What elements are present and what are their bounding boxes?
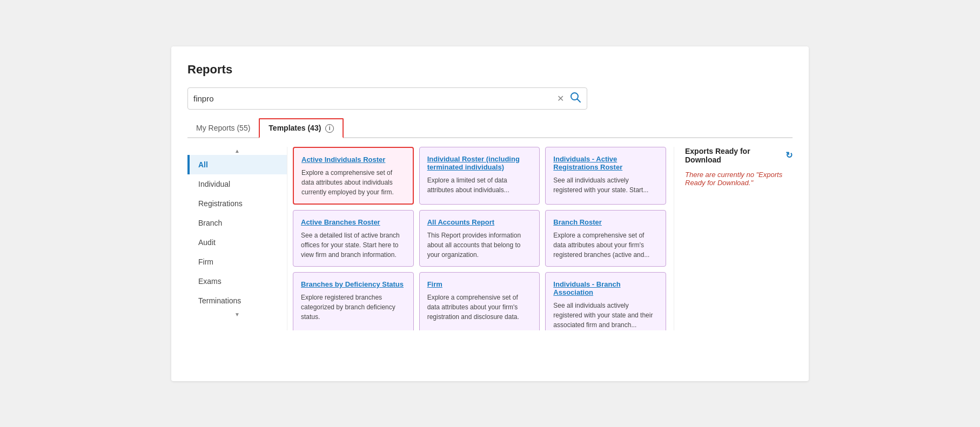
sidebar-item-branch[interactable]: Branch: [187, 213, 287, 233]
exports-title-text: Exports Ready for Download: [685, 147, 781, 164]
card-active-branches-roster-desc: See a detailed list of active branch off…: [301, 231, 406, 260]
svg-line-1: [578, 99, 581, 102]
sidebar-item-audit[interactable]: Audit: [187, 233, 287, 252]
cards-grid: Active Individuals Roster Explore a comp…: [293, 147, 668, 330]
reports-container: Reports ✕ My Reports (55) Templates (43)…: [171, 46, 809, 381]
search-clear-button[interactable]: ✕: [557, 93, 564, 104]
main-content: ▲ All Individual Registrations Branch Au…: [187, 147, 793, 330]
sidebar-item-exams[interactable]: Exams: [187, 272, 287, 291]
card-active-branches-roster-title[interactable]: Active Branches Roster: [301, 218, 406, 226]
card-all-accounts-report-desc: This Report provides information about a…: [427, 231, 532, 260]
sidebar-scroll-up[interactable]: ▲: [187, 147, 287, 155]
info-icon[interactable]: i: [325, 124, 334, 133]
page-title: Reports: [187, 63, 793, 77]
sidebar: ▲ All Individual Registrations Branch Au…: [187, 147, 287, 330]
card-active-branches-roster[interactable]: Active Branches Roster See a detailed li…: [293, 210, 414, 267]
search-box: ✕: [187, 87, 587, 110]
card-branch-roster-desc: Explore a comprehensive set of data attr…: [553, 231, 658, 260]
card-branches-by-deficiency-title[interactable]: Branches by Deficiency Status: [301, 280, 406, 288]
exports-empty-message: There are currently no "Exports Ready fo…: [685, 171, 793, 187]
sidebar-item-all[interactable]: All: [187, 155, 287, 174]
search-button[interactable]: [569, 91, 581, 106]
tab-my-reports[interactable]: My Reports (55): [187, 119, 259, 137]
card-individual-roster-terminated-desc: Explore a limited set of data attributes…: [427, 175, 532, 195]
sidebar-item-registrations[interactable]: Registrations: [187, 194, 287, 213]
card-individuals-active-registrations-title[interactable]: Individuals - Active Registrations Roste…: [553, 155, 658, 171]
card-active-individuals-roster-title[interactable]: Active Individuals Roster: [301, 155, 405, 164]
exports-panel: Exports Ready for Download ↻ There are c…: [674, 147, 793, 330]
card-branches-by-deficiency[interactable]: Branches by Deficiency Status Explore re…: [293, 272, 414, 330]
card-branch-roster[interactable]: Branch Roster Explore a comprehensive se…: [545, 210, 666, 267]
card-individual-roster-terminated[interactable]: Individual Roster (including terminated …: [419, 147, 540, 205]
sidebar-scroll-down[interactable]: ▼: [187, 310, 287, 318]
card-branch-roster-title[interactable]: Branch Roster: [553, 218, 658, 226]
sidebar-item-individual[interactable]: Individual: [187, 174, 287, 194]
card-firm-desc: Explore a comprehensive set of data attr…: [427, 293, 532, 322]
sidebar-scroll-area: All Individual Registrations Branch Audi…: [187, 155, 287, 310]
tab-templates[interactable]: Templates (43) i: [259, 118, 344, 138]
sidebar-item-terminations[interactable]: Terminations: [187, 291, 287, 310]
search-input[interactable]: [193, 94, 557, 103]
card-firm[interactable]: Firm Explore a comprehensive set of data…: [419, 272, 540, 330]
card-all-accounts-report-title[interactable]: All Accounts Report: [427, 218, 532, 226]
card-individuals-branch-association-title[interactable]: Individuals - Branch Association: [553, 280, 658, 296]
card-active-individuals-roster[interactable]: Active Individuals Roster Explore a comp…: [293, 147, 414, 205]
card-active-individuals-roster-desc: Explore a comprehensive set of data attr…: [301, 168, 405, 197]
tab-templates-label: Templates (43): [269, 124, 321, 132]
search-row: ✕: [187, 87, 793, 110]
card-all-accounts-report[interactable]: All Accounts Report This Report provides…: [419, 210, 540, 267]
refresh-icon[interactable]: ↻: [786, 150, 793, 160]
tabs-row: My Reports (55) Templates (43) i: [187, 118, 793, 138]
card-firm-title[interactable]: Firm: [427, 280, 532, 288]
card-individuals-active-registrations[interactable]: Individuals - Active Registrations Roste…: [545, 147, 666, 205]
search-icon: [569, 91, 581, 103]
exports-title: Exports Ready for Download ↻: [685, 147, 793, 164]
card-individuals-branch-association-desc: See all individuals actively registered …: [553, 301, 658, 330]
card-individuals-active-registrations-desc: See all individuals actively registered …: [553, 175, 658, 195]
card-individuals-branch-association[interactable]: Individuals - Branch Association See all…: [545, 272, 666, 330]
grid-area: Active Individuals Roster Explore a comp…: [287, 147, 674, 330]
card-branches-by-deficiency-desc: Explore registered branches categorized …: [301, 293, 406, 322]
card-individual-roster-terminated-title[interactable]: Individual Roster (including terminated …: [427, 155, 532, 171]
sidebar-item-firm[interactable]: Firm: [187, 252, 287, 272]
